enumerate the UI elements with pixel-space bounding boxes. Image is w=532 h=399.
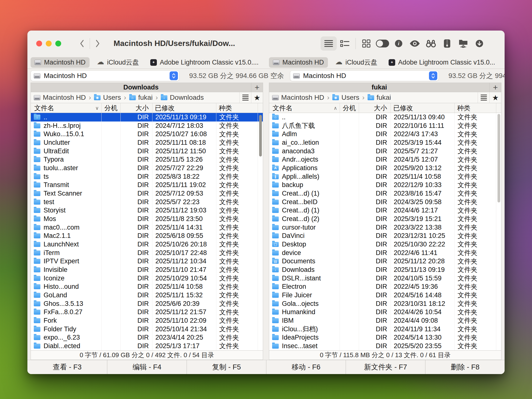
tab-icloud[interactable]: ☁iCloud云盘: [331, 56, 382, 68]
zoom-button[interactable]: [55, 41, 61, 46]
tab-adobe-lightroom-classic-v15-0[interactable]: ✦Adobe Lightroom Classic v15.0....: [146, 57, 263, 68]
table-row[interactable]: UnclutterDIR2025/11/11 08:18文件夹: [31, 138, 263, 147]
info-button[interactable]: i: [391, 36, 407, 51]
table-row[interactable]: Folder TidyDIR2025/10/14 21:34文件夹: [31, 325, 263, 333]
table-row[interactable]: TransmitDIR2025/11/11 19:02文件夹: [31, 181, 263, 189]
table-row[interactable]: zh-H...s.lprojDIR2024/7/12 18:03文件夹: [31, 122, 263, 130]
breadcrumb-item-users[interactable]: ◉Users: [332, 94, 359, 101]
table-row[interactable]: tuolu...asterDIR2025/7/27 22:29文件夹: [31, 164, 263, 172]
drive-stepper[interactable]: [170, 71, 178, 80]
favorites-button[interactable]: ★: [251, 92, 263, 103]
table-row[interactable]: tsDIR2025/8/3 18:22文件夹: [31, 172, 263, 181]
table-row[interactable]: FxFa...8.0.27DIR2025/11/12 21:57文件夹: [31, 308, 263, 316]
view-f3-button[interactable]: 查看 - F3: [27, 360, 107, 374]
table-row[interactable]: iClou...归档)DIR2024/11/9 11:34文件夹: [269, 325, 501, 333]
table-row[interactable]: deviceDIR2022/4/6 11:41文件夹: [269, 249, 501, 257]
search-binoculars-button[interactable]: [423, 36, 439, 51]
table-row[interactable]: AdlmDIR2022/4/3 17:43文件夹: [269, 130, 501, 138]
scrollbar-thumb[interactable]: [259, 115, 262, 156]
favorites-button[interactable]: ★: [489, 92, 501, 103]
table-row[interactable]: Ghos...3.5.13DIR2025/6/6 20:39文件夹: [31, 299, 263, 308]
table-row[interactable]: 八爪鱼下载DIR2022/10/16 11:11文件夹: [269, 122, 501, 130]
table-row[interactable]: Mac2.1.1DIR2025/6/18 09:55文件夹: [31, 232, 263, 240]
table-row[interactable]: IconizeDIR2025/10/29 10:54文件夹: [31, 274, 263, 283]
breadcrumb-item-macintosh-hd[interactable]: Macintosh HD: [34, 94, 86, 101]
table-row[interactable]: UltraEditDIR2025/11/12 11:50文件夹: [31, 147, 263, 155]
column-header-name[interactable]: 文件名∨: [31, 103, 102, 113]
table-row[interactable]: Wuko...15.0.1DIR2025/10/27 16:08文件夹: [31, 130, 263, 138]
table-row[interactable]: StoryistDIR2025/11/12 19:03文件夹: [31, 206, 263, 215]
table-row[interactable]: ↓..DIR2025/11/13 09:19文件夹: [31, 113, 263, 122]
column-header-name[interactable]: 文件名∧: [269, 103, 340, 113]
table-row[interactable]: Creat...d) (2)DIR2025/3/19 15:21文件夹: [269, 215, 501, 223]
table-row[interactable]: GoLandDIR2025/11/1 15:32文件夹: [31, 291, 263, 299]
table-row[interactable]: IPTV ExpertDIR2025/11/12 10:34文件夹: [31, 257, 263, 266]
table-row[interactable]: ForkDIR2025/11/10 22:09文件夹: [31, 316, 263, 325]
table-row[interactable]: File JuicerDIR2024/5/16 14:48文件夹: [269, 291, 501, 299]
table-row[interactable]: LaunchNextDIR2025/10/26 20:18文件夹: [31, 240, 263, 249]
new-folder-f7-button[interactable]: 新文件夹 - F7: [346, 360, 425, 374]
scrollbar-thumb[interactable]: [497, 114, 500, 202]
column-header-ext[interactable]: 分机: [340, 103, 359, 113]
breadcrumb-item-fukai[interactable]: ⌂fukai: [129, 94, 153, 101]
table-row[interactable]: expo..._6.23DIR2023/4/14 20:25文件夹: [31, 333, 263, 342]
column-header-ext[interactable]: 分机: [102, 103, 121, 113]
tab-macintosh-hd[interactable]: Macintosh HD: [31, 57, 90, 68]
table-row[interactable]: Gola...ojectsDIR2023/10/31 18:12文件夹: [269, 299, 501, 308]
table-row[interactable]: ▢DesktopDIR2025/10/30 22:22文件夹: [269, 240, 501, 249]
drive-selector[interactable]: Macintosh HD: [290, 70, 439, 81]
move-f6-button[interactable]: 移动 - F6: [266, 360, 346, 374]
drive-selector[interactable]: Macintosh HD: [31, 70, 179, 81]
breadcrumb-item-users[interactable]: ◉Users: [94, 94, 121, 101]
table-row[interactable]: DaVinciDIR2023/12/31 10:25文件夹: [269, 232, 501, 240]
breadcrumb-item-macintosh-hd[interactable]: Macintosh HD: [272, 94, 324, 101]
minimize-button[interactable]: [46, 41, 52, 46]
breadcrumb-item-fukai[interactable]: ⌂fukai: [368, 94, 391, 101]
table-row[interactable]: anaconda3DIR2025/5/7 21:27文件夹: [269, 147, 501, 155]
forward-button[interactable]: [92, 38, 103, 49]
network-folder-button[interactable]: [455, 36, 471, 51]
table-row[interactable]: AApplicationsDIR2025/9/20 13:12文件夹: [269, 164, 501, 172]
column-header-modified[interactable]: 已修改: [391, 103, 455, 113]
table-row[interactable]: ▤DocumentsDIR2025/11/12 20:28文件夹: [269, 257, 501, 266]
table-row[interactable]: HumankindDIR2024/4/26 10:54文件夹: [269, 308, 501, 316]
download-button[interactable]: [471, 36, 487, 51]
delete-f8-button[interactable]: 删除 - F8: [425, 360, 505, 374]
table-row[interactable]: Creat...d) (1)DIR2024/4/6 12:17文件夹: [269, 206, 501, 215]
edit-f4-button[interactable]: 编辑 - F4: [107, 360, 186, 374]
table-row[interactable]: Text ScannerDIR2025/7/12 09:53文件夹: [31, 189, 263, 198]
view-options-button[interactable]: [239, 92, 251, 103]
view-options-button[interactable]: [478, 92, 489, 103]
new-tab-button[interactable]: +: [251, 83, 263, 92]
column-header-size[interactable]: 大小: [121, 103, 152, 113]
table-row[interactable]: Creat...beIDDIR2024/3/25 09:58文件夹: [269, 198, 501, 206]
table-row[interactable]: ∥Appli...allels)DIR2025/11/4 10:58文件夹: [269, 172, 501, 181]
table-row[interactable]: ElectronDIR2022/4/5 19:36文件夹: [269, 282, 501, 291]
preview-eye-button[interactable]: [407, 36, 423, 51]
grid-view-button[interactable]: [358, 36, 374, 51]
column-header-modified[interactable]: 已修改: [152, 103, 216, 113]
list-view-button[interactable]: [321, 36, 337, 51]
tab-adobe-lightroom-classic-v15-0[interactable]: ✦Adobe Lightroom Classic v15.0...: [385, 57, 499, 68]
table-row[interactable]: Andr...ojectsDIR2024/1/5 12:07文件夹: [269, 155, 501, 164]
table-row[interactable]: iTermDIR2025/10/17 22:48文件夹: [31, 249, 263, 257]
table-row[interactable]: mac0....comDIR2025/11/4 14:31文件夹: [31, 223, 263, 232]
table-row[interactable]: MosDIR2025/11/8 23:50文件夹: [31, 215, 263, 223]
column-header-kind[interactable]: 种类: [216, 103, 258, 113]
close-button[interactable]: [36, 41, 42, 46]
table-row[interactable]: InvisibleDIR2025/11/10 21:47文件夹: [31, 266, 263, 274]
breadcrumb-item-downloads[interactable]: ↓Downloads: [161, 94, 204, 101]
table-row[interactable]: ⌂..DIR2025/11/13 09:40文件夹: [269, 113, 501, 122]
table-row[interactable]: ai_co...letionDIR2025/3/19 15:44文件夹: [269, 138, 501, 147]
table-row[interactable]: DSLR...istantDIR2024/10/5 15:59文件夹: [269, 274, 501, 283]
archive-button[interactable]: [439, 36, 455, 51]
table-row[interactable]: IBMDIR2024/4/4 09:08文件夹: [269, 316, 501, 325]
table-row[interactable]: ↓DownloadsDIR2025/11/13 09:19文件夹: [269, 266, 501, 274]
table-row[interactable]: Insec...tasetDIR2025/5/20 23:55文件夹: [269, 342, 501, 350]
table-row[interactable]: TyporaDIR2025/11/5 13:26文件夹: [31, 155, 263, 164]
table-row[interactable]: testDIR2025/5/7 22:23文件夹: [31, 198, 263, 206]
table-row[interactable]: IdeaProjectsDIR2024/5/14 13:30文件夹: [269, 333, 501, 342]
drive-stepper[interactable]: [429, 71, 437, 80]
table-row[interactable]: Histo...oundDIR2025/11/4 10:58文件夹: [31, 282, 263, 291]
table-row[interactable]: cursor-tutorDIR2023/3/22 13:38文件夹: [269, 223, 501, 232]
